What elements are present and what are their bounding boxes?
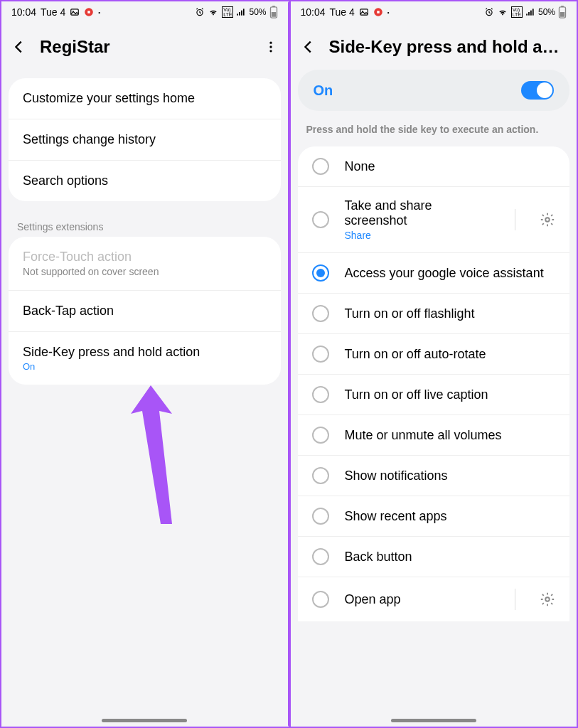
radio-button[interactable]	[312, 346, 329, 363]
svg-point-28	[545, 597, 550, 601]
status-date: Tue 4	[41, 6, 65, 18]
battery-icon	[269, 6, 278, 18]
svg-rect-22	[530, 11, 532, 16]
card-options: NoneTake and share screenshotShareAccess…	[298, 146, 570, 621]
radio-label: Access your google voice assistant	[345, 266, 556, 281]
record-icon	[84, 7, 94, 17]
page-title: Side-Key press and hold acti…	[329, 37, 567, 57]
radio-label: Show notifications	[345, 469, 556, 483]
row-label: Side-Key press and hold action	[23, 345, 267, 360]
svg-rect-11	[271, 12, 275, 17]
radio-label: Show recent apps	[345, 509, 556, 524]
wifi-icon	[497, 7, 508, 17]
alarm-icon	[195, 7, 205, 17]
row-sublabel: Not supported on cover screen	[23, 266, 267, 277]
row-customize-home[interactable]: Customize your settings home	[9, 78, 281, 119]
separator	[515, 209, 515, 230]
row-force-touch: Force-Touch action Not supported on cove…	[9, 237, 281, 291]
row-search-options[interactable]: Search options	[9, 161, 281, 201]
radio-row-9[interactable]: Back button	[298, 537, 570, 577]
radio-button[interactable]	[312, 427, 329, 444]
separator	[515, 589, 515, 610]
annotation-arrow-icon	[129, 385, 186, 528]
radio-button[interactable]	[312, 591, 329, 608]
radio-row-5[interactable]: Turn on or off live caption	[298, 375, 570, 415]
record-icon	[373, 7, 383, 17]
row-change-history[interactable]: Settings change history	[9, 119, 281, 161]
back-icon[interactable]	[11, 39, 27, 55]
svg-point-27	[545, 218, 550, 222]
radio-row-1[interactable]: Take and share screenshotShare	[298, 187, 570, 253]
phone-right: 10:04 Tue 4 • Vo)LTE 50% Side-Key press …	[288, 1, 577, 727]
status-bar: 10:04 Tue 4 • Vo)LTE 50%	[1, 1, 288, 23]
radio-label: Take and share screenshot	[345, 198, 491, 228]
svg-rect-25	[561, 6, 564, 7]
radio-button[interactable]	[312, 211, 329, 228]
status-date: Tue 4	[330, 6, 355, 18]
dot-icon: •	[98, 9, 100, 16]
svg-rect-15	[360, 9, 368, 15]
radio-row-0[interactable]: None	[298, 146, 570, 187]
radio-button[interactable]	[312, 386, 329, 403]
svg-rect-23	[532, 9, 534, 15]
row-label: Force-Touch action	[23, 250, 267, 264]
radio-label: Back button	[345, 550, 556, 564]
header: RegiStar	[1, 23, 288, 78]
radio-button[interactable]	[312, 264, 329, 282]
toggle-label: On	[314, 82, 522, 99]
more-icon[interactable]	[264, 40, 278, 54]
row-label: Settings change history	[23, 132, 156, 146]
status-bar: 10:04 Tue 4 • Vo)LTE 50%	[291, 1, 577, 23]
svg-rect-7	[241, 11, 242, 16]
back-icon[interactable]	[301, 39, 316, 55]
row-label: Back-Tap action	[23, 304, 114, 318]
description-text: Press and hold the side key to execute a…	[291, 121, 577, 146]
row-side-key[interactable]: Side-Key press and hold action On	[9, 332, 281, 385]
radio-button[interactable]	[312, 467, 329, 484]
svg-rect-20	[526, 14, 528, 15]
radio-label: Mute or unmute all volumes	[345, 428, 556, 443]
row-back-tap[interactable]: Back-Tap action	[9, 291, 281, 332]
radio-button[interactable]	[312, 508, 329, 525]
radio-label: Turn on or off auto-rotate	[345, 347, 556, 362]
radio-button[interactable]	[312, 548, 329, 565]
status-time: 10:04	[301, 6, 326, 18]
radio-sublabel: Share	[345, 230, 491, 241]
row-label: Customize your settings home	[23, 91, 195, 105]
radio-button[interactable]	[312, 305, 329, 322]
home-indicator[interactable]	[102, 719, 187, 722]
signal-icon	[525, 7, 535, 17]
radio-label: Turn on or off flashlight	[345, 306, 556, 321]
home-indicator[interactable]	[391, 719, 476, 722]
battery-percent: 50%	[249, 7, 266, 17]
radio-row-6[interactable]: Mute or unmute all volumes	[298, 415, 570, 456]
svg-rect-0	[71, 9, 79, 15]
wifi-icon	[208, 7, 219, 17]
section-label: Settings extensions	[1, 214, 288, 237]
radio-label: Turn on or off live caption	[345, 387, 556, 402]
toggle-switch[interactable]	[521, 81, 554, 100]
radio-row-2[interactable]: Access your google voice assistant	[298, 253, 570, 294]
gear-icon[interactable]	[540, 212, 555, 228]
gear-icon[interactable]	[540, 592, 555, 607]
radio-row-7[interactable]: Show notifications	[298, 456, 570, 496]
header: Side-Key press and hold acti…	[291, 23, 577, 70]
svg-rect-26	[560, 12, 564, 17]
radio-row-10[interactable]: Open app	[298, 577, 570, 621]
image-icon	[359, 7, 369, 17]
card-extensions: Force-Touch action Not supported on cove…	[9, 237, 281, 385]
radio-row-8[interactable]: Show recent apps	[298, 496, 570, 537]
svg-rect-21	[528, 12, 530, 16]
svg-point-13	[269, 46, 272, 48]
card-main: Customize your settings home Settings ch…	[9, 78, 281, 201]
svg-point-14	[269, 50, 272, 52]
status-time: 10:04	[11, 6, 36, 18]
alarm-icon	[484, 7, 494, 17]
svg-rect-3	[88, 11, 91, 14]
radio-button[interactable]	[312, 158, 329, 175]
master-toggle-row[interactable]: On	[298, 70, 570, 111]
radio-row-4[interactable]: Turn on or off auto-rotate	[298, 334, 570, 375]
row-label: Search options	[23, 173, 108, 188]
radio-label: Open app	[345, 592, 491, 607]
radio-row-3[interactable]: Turn on or off flashlight	[298, 294, 570, 334]
